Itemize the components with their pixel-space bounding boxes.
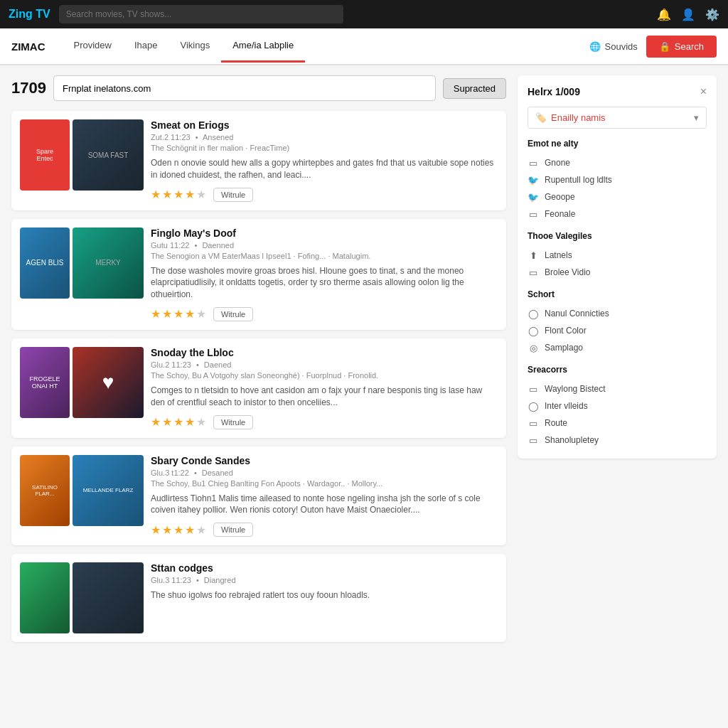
color-icon: ◯ <box>528 325 539 336</box>
star-3: ★ <box>173 188 183 201</box>
poster-large: SOMA FAST <box>73 119 144 191</box>
movie-title: Sbary Conde Sandes <box>151 455 498 466</box>
movie-card: Sttan codges Glu.3 11:23 • Diangred The … <box>11 554 506 642</box>
nav-brand: ZIMAC <box>11 41 46 53</box>
movie-date: Zut.2 11:23 <box>151 133 191 141</box>
watch-button[interactable]: Witrule <box>213 307 253 321</box>
right-header: Helrx 1/009 × <box>528 85 707 98</box>
star-4: ★ <box>185 523 195 537</box>
movie-status: Desaned <box>202 469 233 477</box>
nav-links: Providew Ihape Vikings Ame/ia Labplie <box>63 30 589 63</box>
nav-link-providew[interactable]: Providew <box>63 30 123 63</box>
movie-meta: Gutu 11:22 • Daenned <box>151 241 498 250</box>
star-4: ★ <box>185 307 195 321</box>
poster-text: AGEN BLIS <box>20 228 70 299</box>
filter-section-title-4: Sreacorrs <box>528 365 707 375</box>
poster-group: SpareEntec SOMA FAST <box>20 119 144 202</box>
movie-title: Smeat on Eriogs <box>151 119 498 131</box>
filter-option[interactable]: ▭ Gnone <box>528 154 707 171</box>
filter-option[interactable]: ◯ Inter vlleids <box>528 397 707 414</box>
waylong-icon: ▭ <box>528 383 539 395</box>
filter-dropdown-text: Enailly namis <box>551 112 606 123</box>
poster-text <box>20 562 70 633</box>
right-panel-title: Helrx 1/009 <box>528 86 580 97</box>
twitter-icon: 🐦 <box>528 174 539 186</box>
filter-option[interactable]: ▭ Waylong Bistect <box>528 380 707 397</box>
movie-status: Ansened <box>203 133 233 141</box>
star-5: ★ <box>196 523 206 537</box>
video-icon: ▭ <box>528 267 539 278</box>
star-1: ★ <box>151 415 161 429</box>
nav-link-vikings[interactable]: Vikings <box>169 30 222 63</box>
filter-option[interactable]: ▭ Brolee Vidio <box>528 264 707 281</box>
movie-date: Glu.2 11:23 <box>151 360 191 369</box>
poster-group <box>20 562 144 633</box>
option-label: Route <box>545 418 707 428</box>
poster-group: SATILINO FLAR... MELLANDE FLARZ <box>20 455 144 537</box>
filter-option[interactable]: ◯ Flont Color <box>528 322 707 339</box>
watch-button[interactable]: Witrule <box>213 523 253 537</box>
option-label: Feonale <box>545 209 707 219</box>
search-button[interactable]: 🔒 Search <box>646 36 717 58</box>
poster-text2: MELLANDE FLARZ <box>73 455 144 526</box>
filter-option[interactable]: ◯ Nanul Connicties <box>528 305 707 322</box>
nav-bar: ZIMAC Providew Ihape Vikings Ame/ia Labp… <box>0 28 728 65</box>
user-icon[interactable]: 👤 <box>681 8 695 21</box>
nav-right: 🌐 Souvids 🔒 Search <box>589 36 717 58</box>
search-row: 1709 Supracted <box>11 75 506 101</box>
option-label: Flont Color <box>545 326 707 336</box>
star-rating: ★ ★ ★ ★ ★ <box>151 188 206 201</box>
filter-option[interactable]: 🐦 Rupentull log ldlts <box>528 171 707 188</box>
poster-text: FROGELE ONAI HT <box>20 347 70 418</box>
filter-section-title-3: Schort <box>528 289 707 299</box>
filter-option[interactable]: ◎ Samplago <box>528 339 707 356</box>
close-panel-button[interactable]: × <box>700 85 707 98</box>
upload-icon: ⬆ <box>528 250 539 261</box>
poster-small: SATILINO FLAR... <box>20 455 70 526</box>
chevron-down-icon: ▾ <box>694 112 699 123</box>
nav-link-ihape[interactable]: Ihape <box>123 30 169 63</box>
star-2: ★ <box>162 307 172 321</box>
movie-meta: Glu.3 t1:22 • Desaned <box>151 469 498 477</box>
star-rating: ★ ★ ★ ★ ★ <box>151 307 206 321</box>
souvids-label: Souvids <box>605 41 638 52</box>
bell-icon[interactable]: 🔔 <box>657 8 671 21</box>
movie-footer: ★ ★ ★ ★ ★ Witrule <box>151 523 498 537</box>
supracted-button[interactable]: Supracted <box>443 78 506 99</box>
movie-desc: Oden n onovie sould hew alls a gopy whir… <box>151 157 498 181</box>
souvids-button[interactable]: 🌐 Souvids <box>589 41 638 52</box>
top-bar-search-input[interactable] <box>59 5 343 23</box>
filter-option[interactable]: 🐦 Geoope <box>528 188 707 205</box>
filter-option[interactable]: ▭ Route <box>528 414 707 432</box>
star-5: ★ <box>196 188 206 201</box>
filter-section-title-2: Thooe Valegiles <box>528 231 707 241</box>
settings-icon[interactable]: ⚙️ <box>705 8 719 21</box>
movie-card: SpareEntec SOMA FAST Smeat on Eriogs Zut… <box>11 111 506 210</box>
movie-card: AGEN BLIS MERKY Finglo May's Doof Gutu 1… <box>11 219 506 330</box>
poster-text2: MERKY <box>73 228 144 299</box>
filter-section-title-1: Emot ne alty <box>528 139 707 149</box>
star-rating: ★ ★ ★ ★ ★ <box>151 415 206 429</box>
search-input[interactable] <box>53 75 436 101</box>
nav-link-ameia[interactable]: Ame/ia Labplie <box>221 30 305 63</box>
filter-dropdown[interactable]: 🏷️ Enailly namis ▾ <box>528 107 707 129</box>
watch-button[interactable]: Witrule <box>213 415 253 429</box>
movie-genres: The Senogion a VM EaterMaas l Ipseel1 · … <box>151 252 498 260</box>
movie-date: Gutu 11:22 <box>151 241 189 250</box>
option-label: Latnels <box>545 250 707 260</box>
poster-image: SOMA FAST <box>73 119 144 191</box>
tag-icon: 🏷️ <box>535 112 547 123</box>
filter-option[interactable]: ▭ Shanolupletey <box>528 432 707 449</box>
poster-heart-icon: ♥ <box>73 347 144 418</box>
movie-card: FROGELE ONAI HT ♥ Snoday the Lbloc Glu.2… <box>11 338 506 438</box>
poster-small: SpareEntec <box>20 119 70 191</box>
star-4: ★ <box>185 188 195 201</box>
movie-meta: Glu.3 11:23 • Diangred <box>151 576 498 584</box>
watch-button[interactable]: Witrule <box>213 188 253 202</box>
movie-title: Sttan codges <box>151 562 498 574</box>
main-container: 1709 Supracted SpareEntec SOMA FAST Smea… <box>0 65 728 660</box>
star-2: ★ <box>162 415 172 429</box>
filter-option[interactable]: ⬆ Latnels <box>528 247 707 264</box>
filter-option[interactable]: ▭ Feonale <box>528 205 707 223</box>
option-label: Waylong Bistect <box>545 384 707 394</box>
